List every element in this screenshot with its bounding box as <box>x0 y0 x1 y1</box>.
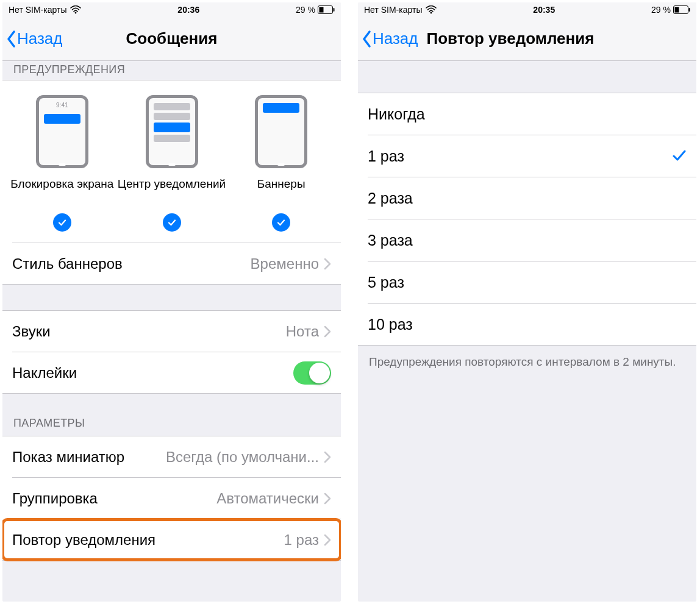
chevron-right-icon <box>324 325 331 338</box>
back-label: Назад <box>373 29 418 48</box>
wifi-icon <box>426 5 437 14</box>
carrier-text: Нет SIM-карты <box>9 5 66 15</box>
clock-text: 20:36 <box>177 5 199 15</box>
option-label: 1 раз <box>368 147 672 165</box>
repeat-option[interactable]: Никогда <box>358 93 696 135</box>
page-title: Повтор уведомления <box>427 29 595 48</box>
row-value: Временно <box>123 255 319 272</box>
repeat-option[interactable]: 2 раза <box>358 177 696 219</box>
svg-rect-7 <box>688 8 690 12</box>
battery-pct: 29 % <box>296 5 315 15</box>
back-button[interactable]: Назад <box>2 29 63 48</box>
status-bar: Нет SIM-карты 20:35 29 % <box>358 2 696 17</box>
status-bar: Нет SIM-карты 20:36 29 % <box>2 2 341 17</box>
chevron-left-icon <box>362 30 373 48</box>
notification-center-preview-icon <box>146 95 198 168</box>
option-label: Никогда <box>368 105 687 123</box>
option-label: 2 раза <box>368 190 687 207</box>
alert-option-lockscreen[interactable]: Блокировка экрана <box>7 95 117 232</box>
stickers-row[interactable]: Наклейки <box>2 352 341 393</box>
section-header-params: ПАРАМЕТРЫ <box>2 394 341 436</box>
checkmark-icon <box>672 147 687 165</box>
checkmark-icon <box>53 213 71 232</box>
clock-text: 20:35 <box>533 5 555 15</box>
battery-icon <box>318 5 335 14</box>
option-label: 5 раз <box>368 274 687 291</box>
alert-label: Центр уведомлений <box>118 177 226 207</box>
section-header-alerts: ПРЕДУПРЕЖДЕНИЯ <box>2 61 341 80</box>
repeat-option[interactable]: 10 раз <box>358 304 696 345</box>
row-label: Группировка <box>12 490 98 507</box>
row-value: 1 раз <box>155 531 319 549</box>
repeat-option[interactable]: 5 раз <box>358 261 696 303</box>
row-label: Стиль баннеров <box>12 255 123 272</box>
svg-rect-6 <box>674 7 679 13</box>
alerts-group: Блокировка экрана Центр уведомлений <box>2 80 341 285</box>
sounds-row[interactable]: Звуки Нота <box>2 311 341 352</box>
chevron-right-icon <box>324 451 331 463</box>
phone-left: Нет SIM-карты 20:36 29 % Назад Сообщения… <box>2 2 341 602</box>
back-label: Назад <box>17 29 63 48</box>
wifi-icon <box>70 5 81 14</box>
svg-point-4 <box>430 12 432 14</box>
stickers-toggle[interactable] <box>293 361 331 385</box>
svg-rect-2 <box>319 7 323 13</box>
repeat-alerts-row[interactable]: Повтор уведомления 1 раз <box>2 519 341 560</box>
banner-style-row[interactable]: Стиль баннеров Временно <box>2 243 341 284</box>
battery-pct: 29 % <box>651 5 671 15</box>
checkmark-icon <box>163 213 181 232</box>
nav-bar: Назад Повтор уведомления <box>358 17 696 61</box>
alert-option-notification-center[interactable]: Центр уведомлений <box>117 95 227 232</box>
svg-point-0 <box>75 12 77 14</box>
lockscreen-preview-icon <box>36 95 88 168</box>
chevron-right-icon <box>324 258 331 270</box>
thumbnails-row[interactable]: Показ миниатюр Всегда (по умолчани... <box>2 436 341 477</box>
alert-option-banners[interactable]: Баннеры <box>226 95 336 232</box>
alert-label: Блокировка экрана <box>10 177 113 207</box>
alert-label: Баннеры <box>257 177 305 207</box>
repeat-option[interactable]: 1 раз <box>358 135 696 177</box>
chevron-right-icon <box>324 534 331 546</box>
footer-text: Предупреждения повторяются с интервалом … <box>358 346 696 378</box>
banners-preview-icon <box>255 95 307 168</box>
grouping-row[interactable]: Группировка Автоматически <box>2 478 341 519</box>
back-button[interactable]: Назад <box>358 29 418 48</box>
row-label: Наклейки <box>12 364 293 382</box>
carrier-text: Нет SIM-карты <box>364 5 422 15</box>
option-label: 3 раза <box>368 232 687 249</box>
row-value: Всегда (по умолчани... <box>124 449 319 466</box>
battery-icon <box>673 5 690 14</box>
row-label: Повтор уведомления <box>12 531 155 549</box>
repeat-option[interactable]: 3 раза <box>358 219 696 261</box>
chevron-left-icon <box>6 30 17 48</box>
repeat-options-list: Никогда 1 раз 2 раза 3 раза 5 раз 10 раз <box>358 93 696 346</box>
row-label: Показ миниатюр <box>12 449 124 466</box>
svg-rect-3 <box>333 8 334 12</box>
params-group: Показ миниатюр Всегда (по умолчани... Гр… <box>2 436 341 561</box>
row-value: Нота <box>51 323 319 340</box>
option-label: 10 раз <box>368 316 687 333</box>
chevron-right-icon <box>324 492 331 505</box>
nav-bar: Назад Сообщения <box>2 17 341 61</box>
sounds-group: Звуки Нота Наклейки <box>2 310 341 394</box>
row-label: Звуки <box>12 323 51 340</box>
row-value: Автоматически <box>98 490 319 507</box>
checkmark-icon <box>272 213 290 232</box>
phone-right: Нет SIM-карты 20:35 29 % Назад Повтор ув… <box>358 2 696 602</box>
